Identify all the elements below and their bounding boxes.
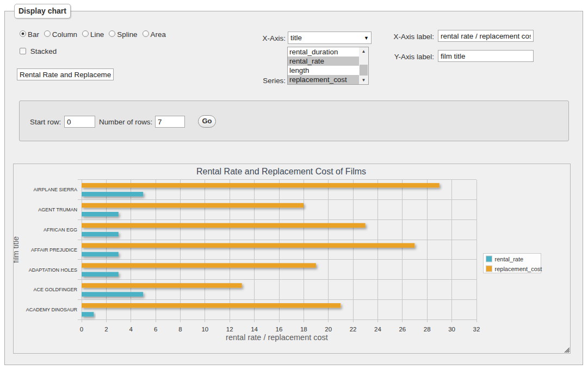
y-axis-label-label: Y-Axis label: <box>5 53 434 61</box>
series-select-label: Series: <box>5 77 286 85</box>
bar-chart: Rental Rate and Replacement Cost of Film… <box>14 164 570 353</box>
svg-text:4: 4 <box>129 326 133 333</box>
go-button[interactable]: Go <box>198 115 216 128</box>
svg-text:20: 20 <box>325 326 332 333</box>
svg-text:2: 2 <box>104 326 108 333</box>
svg-text:14: 14 <box>251 326 258 333</box>
svg-text:ACE GOLDFINGER: ACE GOLDFINGER <box>33 287 77 292</box>
svg-text:rental rate / replacement cost: rental rate / replacement cost <box>226 333 328 342</box>
svg-text:6: 6 <box>154 326 157 333</box>
svg-text:ADAPTATION HOLES: ADAPTATION HOLES <box>29 267 77 273</box>
number-of-rows-input[interactable] <box>155 116 185 128</box>
svg-text:32: 32 <box>473 326 480 333</box>
x-axis-label-input[interactable] <box>438 30 534 42</box>
scrollbar-thumb[interactable] <box>360 65 368 76</box>
x-axis-label-label: X-Axis label: <box>5 33 434 41</box>
svg-text:10: 10 <box>201 326 208 333</box>
svg-text:AFRICAN EGG: AFRICAN EGG <box>44 227 77 233</box>
svg-text:ACADEMY DINOSAUR: ACADEMY DINOSAUR <box>26 307 78 312</box>
svg-text:26: 26 <box>399 326 406 333</box>
svg-text:Rental Rate and Replacement Co: Rental Rate and Replacement Cost of Film… <box>196 167 366 176</box>
y-axis-label-input[interactable] <box>438 50 534 62</box>
series-option-length[interactable]: length <box>288 66 359 75</box>
svg-text:18: 18 <box>300 326 307 333</box>
svg-text:AGENT TRUMAN: AGENT TRUMAN <box>38 207 77 212</box>
svg-text:AIRPLANE SIERRA: AIRPLANE SIERRA <box>33 187 77 192</box>
query-panel: Start row: Number of rows: Go <box>19 101 569 141</box>
start-row-label: Start row: <box>30 118 61 126</box>
svg-text:0: 0 <box>80 326 83 333</box>
svg-text:AFFAIR PREJUDICE: AFFAIR PREJUDICE <box>31 247 77 253</box>
display-chart-fieldset: Display chart BarColumnLineSplineArea St… <box>4 11 583 365</box>
svg-text:16: 16 <box>276 326 283 333</box>
svg-text:12: 12 <box>226 326 233 333</box>
start-row-input[interactable] <box>64 116 95 128</box>
svg-text:8: 8 <box>178 326 182 333</box>
legend-label: replacement_cost <box>495 266 542 272</box>
number-of-rows-label: Number of rows: <box>99 118 152 126</box>
svg-text:24: 24 <box>374 326 381 333</box>
svg-text:22: 22 <box>350 326 357 333</box>
scrollbar-down-arrow-icon[interactable]: ▼ <box>359 76 368 84</box>
resize-grip-icon[interactable] <box>564 347 570 353</box>
fieldset-legend: Display chart <box>14 4 71 18</box>
svg-text:film title: film title <box>14 236 20 263</box>
series-option-replacement_cost[interactable]: replacement_cost <box>288 75 359 84</box>
legend-label: rental_rate <box>495 256 524 262</box>
svg-text:30: 30 <box>448 326 455 333</box>
svg-text:28: 28 <box>424 326 431 333</box>
chart-container: Rental Rate and Replacement Cost of Film… <box>13 164 571 354</box>
